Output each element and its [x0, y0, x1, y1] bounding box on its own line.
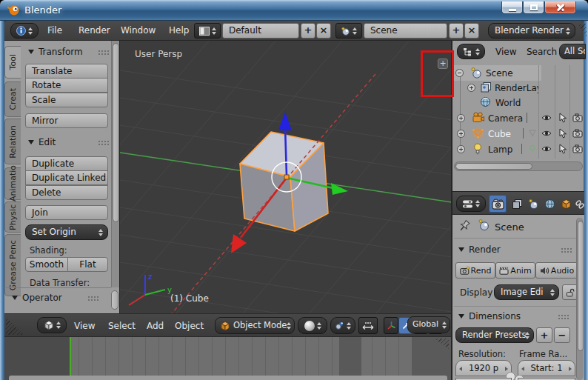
selectability-cursor-icon[interactable]: [558, 144, 567, 154]
frame-start-field[interactable]: Start: 1: [518, 360, 575, 376]
renderability-camera-icon[interactable]: [572, 144, 583, 153]
add-layout-button[interactable]: +: [301, 23, 315, 39]
manipulate-center-points-button[interactable]: [358, 317, 378, 334]
render-panel-header[interactable]: Render: [458, 244, 501, 255]
panel-drag-dots[interactable]: [558, 314, 569, 319]
selectability-cursor-icon[interactable]: [558, 128, 567, 139]
editor-type-selector-3dview[interactable]: [37, 317, 67, 333]
remove-layout-button[interactable]: ×: [316, 23, 331, 39]
view3d-menu-add[interactable]: Add: [147, 321, 164, 331]
operator-panel-header[interactable]: Operator: [12, 293, 62, 303]
panel-drag-dots[interactable]: [98, 50, 109, 55]
viewport-canvas[interactable]: z y User Persp (1) Cube: [120, 41, 452, 313]
menu-window[interactable]: Window: [121, 25, 156, 36]
mirror-button[interactable]: Mirror: [25, 113, 108, 128]
shelf-tab-tool[interactable]: Tool: [4, 46, 21, 79]
outliner-row-scene[interactable]: Scene: [452, 65, 584, 81]
renderability-camera-icon[interactable]: [572, 129, 583, 138]
viewport-shading-dropdown[interactable]: [298, 317, 327, 334]
outliner-row-camera[interactable]: Camera: [452, 110, 584, 126]
orientation-dropdown[interactable]: Global: [407, 316, 450, 333]
delete-button[interactable]: Delete: [25, 185, 108, 200]
tab-object[interactable]: [558, 196, 574, 213]
translate-button[interactable]: Translate: [25, 64, 108, 79]
header-resize-grip[interactable]: [578, 24, 587, 37]
tab-scene[interactable]: [525, 196, 541, 213]
view3d-menu-select[interactable]: Select: [108, 321, 136, 331]
scale-button[interactable]: Scale: [25, 93, 108, 107]
timeline-h-scrollbar[interactable]: [9, 376, 447, 380]
shade-smooth-button[interactable]: Smooth: [25, 257, 68, 272]
titlebar[interactable]: Blender: [0, 0, 588, 21]
selectability-cursor-icon[interactable]: [558, 113, 567, 123]
menu-render[interactable]: Render: [78, 25, 110, 36]
transform-panel-header[interactable]: Transform: [28, 47, 83, 57]
render-engine-dropdown[interactable]: Blender Render: [488, 23, 575, 39]
scrollbar-thumb[interactable]: [455, 163, 532, 170]
view3d-menu-object[interactable]: Object: [175, 321, 204, 331]
panel-drag-dots[interactable]: [561, 247, 572, 253]
play-rendered-audio-button[interactable]: Audio: [535, 262, 578, 279]
scene-selector[interactable]: [335, 23, 362, 39]
pivot-point-dropdown[interactable]: [330, 317, 355, 334]
expand-toggle-icon[interactable]: [457, 130, 465, 138]
duplicate-linked-button[interactable]: Duplicate Linked: [25, 170, 108, 185]
current-frame-playhead[interactable]: [70, 337, 71, 380]
rotate-button[interactable]: Rotate: [25, 78, 108, 93]
menu-file[interactable]: File: [47, 25, 62, 36]
scrollbar-thumb[interactable]: [113, 43, 119, 222]
dimensions-panel-header[interactable]: Dimensions: [458, 311, 521, 321]
shelf-tab-create[interactable]: Creat: [4, 81, 21, 117]
scene-name-field[interactable]: Scene: [364, 23, 447, 39]
visibility-eye-icon[interactable]: [541, 144, 552, 153]
editor-type-selector-outliner[interactable]: [457, 44, 485, 59]
view3d-menu-view[interactable]: View: [74, 321, 95, 331]
resolution-x-field[interactable]: 1920 p: [455, 360, 512, 376]
tab-world[interactable]: [541, 196, 558, 213]
screen-layout-selector[interactable]: [194, 23, 221, 39]
expand-toggle-icon[interactable]: [457, 145, 465, 153]
duplicate-button[interactable]: Duplicate: [25, 156, 108, 171]
shelf-tab-relations[interactable]: Relation: [4, 119, 21, 164]
mode-dropdown[interactable]: Object Mode: [215, 317, 295, 334]
visibility-eye-icon[interactable]: [541, 129, 552, 138]
minimize-button[interactable]: [501, 1, 523, 14]
timeline-region[interactable]: [4, 337, 452, 380]
visibility-eye-icon[interactable]: [541, 113, 552, 122]
pin-icon[interactable]: [458, 220, 471, 233]
edit-panel-header[interactable]: Edit: [28, 137, 56, 147]
remove-preset-button[interactable]: −: [554, 327, 570, 343]
outliner-h-scrollbar[interactable]: [454, 161, 583, 171]
expand-toggle-icon[interactable]: [457, 114, 465, 122]
render-still-button[interactable]: Rend: [455, 262, 495, 279]
renderability-camera-icon[interactable]: [572, 113, 583, 122]
panel-drag-dots[interactable]: [98, 140, 109, 145]
corner-resize-grip[interactable]: [6, 317, 24, 335]
display-mode-dropdown[interactable]: Image Edi: [494, 284, 559, 300]
collapse-toggle-icon[interactable]: [455, 69, 464, 77]
operator-scrollbar[interactable]: [111, 290, 118, 310]
render-animation-button[interactable]: Anim: [495, 262, 535, 279]
join-button[interactable]: Join: [25, 205, 108, 220]
outliner-row-world[interactable]: World: [452, 95, 584, 110]
shade-flat-button[interactable]: Flat: [67, 257, 108, 272]
outliner-search-menu[interactable]: Search: [527, 47, 557, 57]
layout-name-field[interactable]: Default: [222, 23, 299, 39]
panel-drag-dots[interactable]: [87, 296, 98, 301]
remove-scene-button[interactable]: ×: [464, 23, 479, 39]
outliner-row-renderlayer[interactable]: RenderLaye: [452, 80, 584, 96]
render-presets-dropdown[interactable]: Render Presets: [455, 327, 534, 343]
maximize-button[interactable]: [523, 1, 544, 14]
manipulator-toggle-button[interactable]: [384, 317, 398, 334]
properties-scrollbar[interactable]: [576, 218, 584, 380]
tab-render-properties[interactable]: [489, 195, 507, 213]
outliner-view-menu[interactable]: View: [495, 47, 516, 57]
outliner-row-lamp[interactable]: Lamp: [452, 141, 584, 157]
close-button[interactable]: [544, 1, 576, 14]
shelf-tab-physics[interactable]: Physic: [4, 201, 21, 233]
editor-type-selector-properties[interactable]: [456, 196, 486, 212]
tab-constraints[interactable]: [574, 196, 586, 213]
add-scene-button[interactable]: +: [449, 23, 464, 39]
scrollbar-thumb[interactable]: [578, 221, 584, 351]
editor-type-selector-info[interactable]: [10, 23, 39, 39]
